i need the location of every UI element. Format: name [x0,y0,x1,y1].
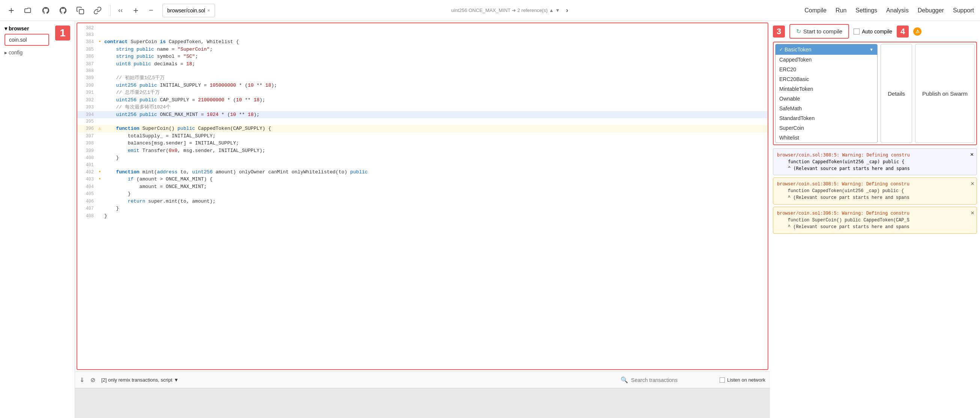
github-icon2[interactable] [58,5,68,16]
sidebar-file-name: coin.sol [9,37,27,43]
table-row: 393 // 每次最多铸币1024个 [77,103,768,111]
list-item[interactable]: CappedToken [776,55,877,65]
table-row: 399 emit Transfer(0x0, msg.sender, INITI… [77,147,768,154]
add-tab-btn[interactable]: + [133,5,138,16]
script-label: [2] only remix transactions, script [101,377,172,383]
list-item[interactable]: ERC20 [776,65,877,74]
nav-back-btn[interactable]: ‹‹ [118,6,123,14]
badge-3: 3 [773,25,785,38]
svg-rect-0 [79,10,84,14]
list-item[interactable]: ERC20Basic [776,74,877,84]
list-item[interactable]: Whitelist [776,133,877,143]
nav-forward-arrow[interactable]: › [566,6,568,14]
toolbar-divider [110,5,111,16]
menu-debugger[interactable]: Debugger [918,7,944,14]
list-item[interactable]: StandardToken [776,113,877,123]
github-icon[interactable] [41,5,51,16]
auto-compile-checkbox[interactable] [854,29,859,35]
warning1-line1: browser/coin.sol:308:5: Warning: Definin… [777,152,966,158]
publish-swarm-button[interactable]: Publish on Swarm [915,44,975,143]
details-button[interactable]: Details [881,44,912,143]
folder-icon[interactable] [23,5,34,16]
table-row: 383 [77,32,768,38]
search-transactions: 🔍 [620,376,706,383]
table-row: 397 totalSupply_ = INITIAL_SUPPLY; [77,132,768,140]
warning2-line2: function CappedToken(uint256 _cap) publi… [777,188,973,194]
menu-support[interactable]: Support [953,7,974,14]
close-warning-2[interactable]: ✕ [970,180,974,188]
table-row: 385 string public name = "SuperCoin"; [77,46,768,53]
nav-minus-btn[interactable]: − [149,6,153,14]
close-warning-3[interactable]: ✕ [970,209,974,218]
contract-row: ✓ BasicToken ▼ CappedToken ERC20 ERC20Ba… [773,42,977,145]
table-row: 405 } [77,190,768,198]
sidebar-config[interactable]: ▸ config [5,49,49,56]
warning2-line3: ^ (Relevant source part starts here and … [777,194,973,201]
menu-compile[interactable]: Compile [804,7,827,14]
listen-network[interactable]: Listen on network [720,377,765,383]
warning3-line2: function SuperCoin() public CappedToken(… [777,217,973,224]
script-selector[interactable]: [2] only remix transactions, script ▼ [101,377,178,383]
warning2-line1: browser/coin.sol:308:5: Warning: Definin… [777,181,973,188]
listen-label: Listen on network [727,377,765,383]
right-panel: 3 ↻ Start to compile Auto compile 4 ⚠ ✓ … [770,21,980,418]
warning1-line3: ^ (Relevant source part starts here and … [777,165,966,172]
table-row: 402 • function mint(address to, uint256 … [77,168,768,176]
close-warning-1[interactable]: ✕ [970,150,974,159]
listen-checkbox[interactable] [720,377,725,383]
menu-settings[interactable]: Settings [856,7,877,14]
main-layout: ▾ browser coin.sol ▸ config 1 382 [0,21,980,418]
bottom-bar: ⇓ ⊘ [2] only remix transactions, script … [75,372,770,388]
sidebar-browser-label[interactable]: ▾ browser [5,25,49,32]
editor-container: 382 383 384 • contract SuperCoin is Capp… [76,22,768,370]
compile-button[interactable]: ↻ Start to compile [789,24,849,39]
nav-arrows: ‹‹ [118,6,123,14]
table-row: 403 • if (amount > ONCE_MAX_MINT) { [77,176,768,183]
table-row: 394 uint256 public ONCE_MAX_MINT = 1024 … [77,111,768,119]
copy-icon[interactable] [75,5,86,16]
table-row: 392 uint256 public CAP_SUPPLY = 21000000… [77,97,768,104]
code-area[interactable]: 382 383 384 • contract SuperCoin is Capp… [77,23,768,369]
list-item[interactable]: SuperCoin [776,123,877,133]
top-toolbar: ‹‹ + − browser/coin.sol × uint256 ONCE_M… [0,0,980,21]
thumbnail-area [75,388,770,418]
dropdown-selected[interactable]: ✓ BasicToken ▼ [776,44,877,55]
sidebar: ▾ browser coin.sol ▸ config 1 [0,21,75,418]
list-item[interactable]: SafeMath [776,103,877,113]
search-input[interactable] [631,377,706,383]
table-row: 388 [77,68,768,74]
down-arrow-icon[interactable]: ⇓ [80,376,84,383]
refresh-icon: ↻ [796,28,801,35]
warning-blocks: ✕ browser/coin.sol:308:5: Warning: Defin… [773,148,977,234]
warning-block-2: ✕ browser/coin.sol:308:5: Warning: Defin… [773,178,977,205]
table-row: 400 } [77,154,768,162]
dropdown-arrow-icon: ▼ [869,47,873,52]
table-row: 389 // 初始币量1亿5千万 [77,74,768,82]
table-row: 406 return super.mint(to, amount); [77,198,768,205]
menu-analysis[interactable]: Analysis [886,7,909,14]
table-row: 395 [77,118,768,125]
warning3-line3: ^ (Relevant source part starts here and … [777,224,973,230]
link-icon[interactable] [92,5,103,16]
list-item[interactable]: MintableToken [776,84,877,94]
breadcrumb-text: uint256 ONCE_MAX_MINT ➔ 2 reference(s) ▲… [451,8,560,13]
warning1-line2: function CappedToken(uint256 _cap) publi… [777,158,966,165]
table-row: 391 // 总币量2亿1千万 [77,89,768,97]
sidebar-main: ▾ browser coin.sol ▸ config [5,25,49,56]
file-tab[interactable]: browser/coin.sol × [162,4,215,17]
menu-run[interactable]: Run [835,7,846,14]
new-file-icon[interactable] [6,5,16,16]
check-icon: ✓ [779,47,783,52]
top-menu: Compile Run Settings Analysis Debugger S… [804,7,974,14]
compile-btn-label: Start to compile [803,28,842,35]
warning-block-1: ✕ browser/coin.sol:308:5: Warning: Defin… [773,148,977,175]
sidebar-badge-1: 1 [55,25,70,41]
sidebar-file-box[interactable]: coin.sol [5,34,49,46]
table-row: 386 string public symbol = "SC"; [77,53,768,60]
no-symbol-icon[interactable]: ⊘ [91,376,95,383]
list-item[interactable]: Ownable [776,94,877,103]
auto-compile-row: Auto compile [854,29,892,35]
close-tab-btn[interactable]: × [207,8,210,13]
contract-dropdown[interactable]: ✓ BasicToken ▼ CappedToken ERC20 ERC20Ba… [775,44,878,143]
selected-contract: BasicToken [784,46,811,52]
